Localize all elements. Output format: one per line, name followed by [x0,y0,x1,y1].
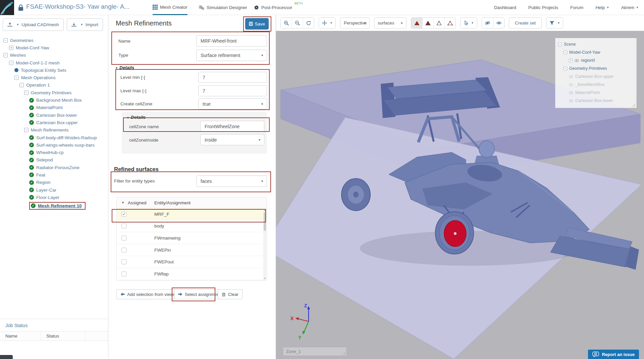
expand-icon[interactable]: + [9,46,13,50]
details-section-header[interactable]: ▼Details [115,65,134,70]
expand-icon[interactable]: + [569,59,573,62]
tree-item-model-conf-yaw[interactable]: +Model-Conf-Yaw [0,44,108,51]
nav-forum[interactable]: Forum [570,5,583,10]
scene-node-region0[interactable]: +region0 [555,56,636,64]
app-logo[interactable] [0,0,14,15]
zone-name-input[interactable]: Zone_1 [283,347,347,356]
nav-dashboard[interactable]: Dashboard [494,5,516,10]
eye-icon[interactable] [569,83,573,86]
row-checkbox[interactable] [121,236,126,241]
tree-item-mesh-refinement-10-selected[interactable]: ✓ Mesh Refinement 10 [0,201,108,210]
render-mode-surface-edges-button[interactable] [422,18,433,28]
pan-tool-button[interactable]: ▼ [319,18,335,28]
save-button[interactable]: Save [245,18,269,30]
assigned-header[interactable]: ▼Assigned [117,200,154,205]
collapse-icon[interactable]: − [9,61,13,65]
level-min-input[interactable] [198,72,267,83]
tree-item-geometry-primitives[interactable]: −Geometry Primitives [0,89,108,96]
table-row-fwepout[interactable]: FWEPout [117,256,267,268]
collapse-icon[interactable]: − [564,51,567,54]
upload-cad-button[interactable]: ▼ Upload CAD/mesh [3,18,64,31]
tab-mesh-creator[interactable]: Mesh Creator [153,0,187,15]
nav-user-menu[interactable]: Akrem▼ [621,5,639,10]
tree-item-cartesian-box-upper[interactable]: ✓Cartesian Box-upper [0,119,108,126]
projection-select[interactable]: Perspective▼ [340,17,370,29]
bottom-left-widget[interactable] [0,355,13,359]
tab-simulation-designer[interactable]: Simulation Designer [199,0,247,15]
collapse-icon[interactable]: − [3,38,8,43]
zoom-in-button[interactable] [281,18,292,28]
filter-entity-select[interactable]: faces▼ [196,175,267,187]
select-tool-button[interactable]: ▼ [461,18,477,28]
resize-handle-icon[interactable] [632,104,636,107]
level-max-input[interactable] [198,85,267,96]
collapse-icon[interactable]: − [3,53,8,57]
collapse-icon[interactable]: − [19,83,24,87]
tree-item-cartesian-box-lower[interactable]: ✓Cartesian Box-lower [0,111,108,119]
tree-item-topological-entity-sets[interactable]: Topological Entity Sets [0,66,108,74]
cellzone-inside-select[interactable]: inside▼ [200,134,264,145]
tree-item-materialpoint[interactable]: ✓MaterialPoint [0,104,108,111]
row-checkbox[interactable] [121,259,126,264]
create-cellzone-select[interactable]: true▼ [198,98,267,109]
scrollbar-thumb[interactable] [264,212,266,231]
tree-item-mesh-operations[interactable]: −Mesh Operations [0,74,108,81]
tree-item-floor-layer[interactable]: ✓Floor-Layer [0,194,108,201]
table-row-mrf-f[interactable]: ✓MRF_F [117,208,267,220]
zoom-out-button[interactable] [292,18,303,28]
create-set-button[interactable]: Create set [509,17,542,29]
tree-item-mesh[interactable]: −Model-Conf-1-2 mesh [0,59,108,66]
table-row-body[interactable]: body [117,220,267,233]
nav-public-projects[interactable]: Public Projects [528,5,558,10]
clear-button[interactable]: Clear [218,289,243,299]
scroll-down-icon[interactable]: ▼ [263,277,266,279]
tree-item-radiator-porouszone[interactable]: ✓Radiator-PorousZone [0,164,108,171]
collapse-icon[interactable]: − [564,67,567,70]
tree-item-operation-1[interactable]: −Operation 1 [0,82,108,89]
row-checkbox[interactable] [121,248,126,253]
eye-icon[interactable] [569,91,573,94]
3d-viewport[interactable]: −Scene −Model-Conf-Yaw +region0 −Geometr… [276,31,644,359]
scene-node-geometry-primitives[interactable]: −Geometry Primitives [555,64,636,72]
row-checkbox[interactable]: ✓ [121,212,126,217]
tree-item-feat[interactable]: ✓Feat [0,171,108,178]
select-assignment-button[interactable]: Select assignment [174,289,224,299]
resize-handle-icon[interactable] [343,352,346,355]
reset-view-button[interactable] [303,18,314,28]
tree-item-mesh-refinements[interactable]: −Mesh Refinements [0,126,108,134]
collapse-icon[interactable]: − [14,75,19,80]
tab-post-processor[interactable]: Post-Processor BETA [254,0,292,15]
tree-item-geometries[interactable]: −Geometries [0,37,108,44]
type-select[interactable]: Surface refinement▼ [196,50,267,61]
row-checkbox[interactable] [121,223,126,228]
hide-selection-button[interactable] [482,18,493,28]
import-button[interactable]: ▼ Import [67,18,103,31]
tree-item-wheelhub-cp[interactable]: ✓WheelHub-cp [0,149,108,156]
scene-node-materialpoint[interactable]: MaterialPoint [555,89,636,97]
scene-node-basemeshbox[interactable]: _BaseMeshBox [555,81,636,89]
eye-icon[interactable] [569,99,573,102]
viewer-filter-button[interactable]: ▼ [546,18,563,28]
table-scrollbar[interactable]: ▲ ▼ [263,209,266,280]
render-mode-points-button[interactable] [444,18,455,28]
report-issue-button[interactable]: Report an issue [588,350,639,359]
table-row-fwepin[interactable]: FWEPin [117,244,267,256]
table-row-fwmainwing[interactable]: FWmainwing [117,232,267,244]
cellzone-name-input[interactable] [200,121,264,132]
tree-item-surf-body[interactable]: ✓Surf-body-diff-Wsides-Radsup [0,134,108,141]
render-mode-wireframe-button[interactable] [433,18,444,28]
tree-item-surf-wings[interactable]: ✓Surf-wings-wheels-susp-bars [0,141,108,149]
row-checkbox[interactable] [121,271,126,276]
collapse-icon[interactable]: − [558,43,562,46]
tree-item-meshes[interactable]: −Meshes [0,52,108,59]
nav-help-menu[interactable]: Help▼ [595,5,609,10]
render-filter-select[interactable]: surfaces▼ [374,17,407,29]
tree-item-background-mesh-box[interactable]: ✓Background Mesh Box [0,96,108,104]
sub-details-header[interactable]: ▼Details [126,115,146,120]
render-mode-solid-button[interactable] [411,18,422,28]
eye-icon[interactable] [569,75,573,78]
tree-item-sidepod[interactable]: ✓Sidepod [0,156,108,164]
add-selection-from-viewer-button[interactable]: Add selection from viewer [116,289,181,299]
collapse-icon[interactable]: − [24,128,29,132]
show-selection-button[interactable] [493,18,504,28]
